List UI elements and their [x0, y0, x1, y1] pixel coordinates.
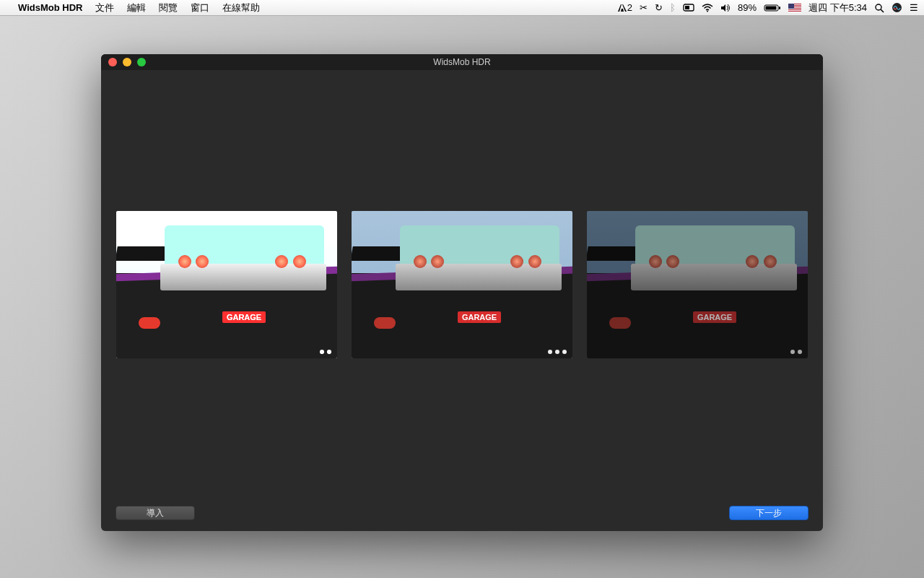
menu-window[interactable]: 窗口	[184, 1, 216, 14]
sign-label: GARAGE	[458, 311, 501, 323]
hdr-thumbnail-overexposed[interactable]: GARAGE	[116, 211, 337, 358]
scissors-icon[interactable]: ✂	[640, 2, 648, 13]
svg-rect-4	[766, 6, 777, 9]
volume-icon[interactable]	[720, 4, 731, 12]
menubar-left: WidsMob HDR 文件 編輯 閱覽 窗口 在線幫助	[6, 1, 266, 14]
close-button[interactable]	[108, 58, 117, 66]
window-title: WidsMob HDR	[101, 57, 823, 67]
exposure-dots	[548, 350, 567, 354]
sign-label: GARAGE	[222, 311, 266, 323]
wifi-icon[interactable]	[702, 4, 713, 12]
svg-point-6	[876, 4, 881, 10]
spotlight-icon[interactable]	[874, 3, 884, 13]
menu-edit[interactable]: 編輯	[121, 1, 152, 14]
clock[interactable]: 週四 下午5:34	[808, 1, 867, 14]
battery-percent: 89%	[738, 2, 757, 13]
input-flag-icon[interactable]	[788, 4, 801, 12]
next-button[interactable]: 下一步	[729, 506, 808, 520]
menu-help[interactable]: 在線幫助	[216, 1, 266, 14]
svg-line-7	[881, 9, 884, 12]
exposure-dots	[790, 350, 802, 354]
siri-icon[interactable]	[892, 2, 902, 13]
sign-label: GARAGE	[693, 311, 736, 323]
hdr-thumbnail-normal[interactable]: GARAGE	[352, 211, 572, 358]
zoom-button[interactable]	[137, 58, 146, 66]
adobe-badge: 2	[627, 2, 632, 13]
exposure-dots	[320, 350, 331, 354]
content-area: GARAGE GARAGE GARAGE	[101, 70, 823, 499]
menu-file[interactable]: 文件	[89, 1, 121, 14]
battery-icon[interactable]	[764, 4, 781, 12]
thumbnail-row: GARAGE GARAGE GARAGE	[116, 211, 808, 358]
display-icon[interactable]	[683, 4, 694, 12]
menu-app-name[interactable]: WidsMob HDR	[12, 2, 89, 13]
timemachine-icon[interactable]: ↻	[655, 2, 663, 13]
svg-rect-5	[779, 7, 780, 9]
titlebar[interactable]: WidsMob HDR	[101, 54, 823, 70]
adobe-icon[interactable]: 2	[617, 2, 632, 13]
svg-rect-1	[685, 6, 689, 9]
menu-view[interactable]: 閱覽	[152, 1, 184, 14]
svg-point-2	[707, 10, 708, 12]
hdr-thumbnail-underexposed[interactable]: GARAGE	[587, 211, 808, 358]
menubar-right: 2 ✂ ↻ ᛒ 89% 週四 下午5:34 ☰	[617, 1, 918, 14]
app-window: WidsMob HDR GARAGE GARAGE	[101, 54, 823, 531]
minimize-button[interactable]	[123, 58, 131, 66]
mac-menubar: WidsMob HDR 文件 編輯 閱覽 窗口 在線幫助 2 ✂ ↻ ᛒ 89%…	[0, 0, 924, 16]
import-button[interactable]: 導入	[116, 506, 195, 520]
footer: 導入 下一步	[101, 499, 823, 531]
notification-center-icon[interactable]: ☰	[910, 2, 918, 13]
bluetooth-icon[interactable]: ᛒ	[670, 2, 676, 13]
traffic-lights	[101, 58, 146, 66]
